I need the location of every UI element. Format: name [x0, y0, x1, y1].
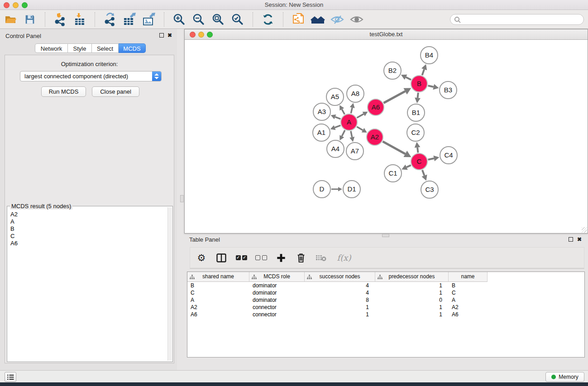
table-cell[interactable]: 1 — [375, 304, 449, 311]
graph-edge-A-A5[interactable] — [342, 110, 344, 114]
table-cell[interactable]: B — [187, 282, 249, 289]
column-header-name[interactable]: name — [449, 272, 488, 282]
table-cell[interactable]: dominator — [249, 282, 305, 289]
table-cell[interactable]: C — [187, 289, 249, 296]
graph-edge-C-C4[interactable] — [428, 158, 434, 160]
zoom-selected-button[interactable] — [230, 12, 245, 27]
column-header-predecessor-nodes[interactable]: predecessor nodes — [375, 272, 449, 282]
close-panel-button[interactable]: Close panel — [92, 86, 139, 97]
mcds-result-item[interactable]: A6 — [10, 240, 167, 247]
float-table-panel-icon[interactable] — [569, 237, 573, 242]
table-cell[interactable]: 4 — [305, 282, 375, 289]
table-cell[interactable]: B — [449, 282, 488, 289]
table-row[interactable]: Bdominator41B — [187, 282, 584, 289]
tab-network[interactable]: Network — [35, 43, 68, 53]
table-cell[interactable]: A6 — [449, 311, 488, 318]
table-cell[interactable]: 1 — [375, 289, 449, 296]
export-network-button[interactable] — [102, 12, 118, 27]
graph-edge-C-C3[interactable] — [422, 170, 425, 176]
import-table-button[interactable] — [72, 12, 87, 27]
column-header-mcds-role[interactable]: MCDS role — [249, 272, 305, 282]
table-cell[interactable]: A2 — [449, 304, 488, 311]
mcds-result-item[interactable]: C — [10, 233, 167, 240]
table-cell[interactable]: A — [187, 296, 249, 304]
zoom-out-button[interactable] — [191, 12, 206, 27]
network-resize-grip[interactable] — [582, 227, 587, 233]
table-cell[interactable]: A2 — [187, 304, 249, 311]
mcds-result-item[interactable]: B — [10, 225, 167, 233]
tab-style[interactable]: Style — [68, 43, 92, 53]
table-row[interactable]: Cdominator41C — [187, 289, 584, 296]
task-history-button[interactable] — [5, 372, 16, 382]
select-all-rows-button[interactable]: ✓✓ — [234, 251, 248, 265]
graph-edge-A6-B[interactable] — [384, 91, 406, 103]
delete-table-button[interactable] — [314, 251, 328, 265]
result-scrollbar[interactable] — [167, 207, 172, 361]
close-table-panel-icon[interactable]: ✖ — [577, 236, 582, 243]
graph-edge-B-B2[interactable] — [406, 77, 411, 80]
function-builder-button[interactable]: f(x) — [334, 251, 354, 265]
table-row[interactable]: A6connector11A6 — [187, 311, 584, 318]
table-cell[interactable]: 1 — [375, 311, 449, 318]
graph-edge-B-B1[interactable] — [418, 93, 418, 98]
tab-mcds[interactable]: MCDS — [119, 43, 146, 53]
network-window-titlebar[interactable]: testGlobe.txt — [185, 29, 588, 40]
table-cell[interactable]: 0 — [375, 296, 449, 304]
table-cell[interactable]: dominator — [249, 289, 305, 296]
graph-edge-B-B3[interactable] — [428, 86, 434, 87]
add-column-button[interactable] — [274, 251, 288, 265]
table-cell[interactable]: A — [449, 296, 488, 304]
table-cell[interactable]: 1 — [375, 282, 449, 289]
graph-edge-A-A1[interactable] — [335, 125, 340, 128]
float-panel-icon[interactable] — [159, 33, 164, 38]
memory-button[interactable]: Memory — [545, 372, 584, 382]
column-header-successor-nodes[interactable]: successor nodes — [305, 272, 375, 282]
network-canvas[interactable]: AA1A2A3A4A5A6A7A8BB1B2B3B4CC1C2C3C4DD1 — [185, 40, 588, 233]
graph-edge-C-C1[interactable] — [406, 165, 411, 167]
graph-edge-A-A8[interactable] — [351, 108, 352, 114]
show-all-button[interactable] — [349, 12, 364, 27]
column-header-shared-name[interactable]: shared name — [187, 272, 249, 282]
mcds-result-item[interactable]: A2 — [10, 211, 167, 218]
search-field[interactable] — [450, 14, 584, 25]
table-cell[interactable]: 4 — [305, 289, 375, 296]
graph-edge-A-A2[interactable] — [357, 127, 363, 130]
delete-column-button[interactable] — [294, 251, 308, 265]
graph-edge-A-A7[interactable] — [351, 131, 352, 138]
save-session-button[interactable] — [22, 12, 38, 27]
table-row[interactable]: A2connector11A2 — [187, 304, 584, 311]
table-cell[interactable]: dominator — [249, 296, 305, 304]
graph-edge-A-A3[interactable] — [335, 117, 340, 119]
home-button[interactable] — [310, 12, 325, 27]
open-session-button[interactable] — [3, 12, 18, 27]
table-cell[interactable]: 1 — [305, 304, 375, 311]
close-panel-icon[interactable]: ✖ — [167, 32, 172, 38]
import-network-button[interactable] — [53, 12, 68, 27]
graph-edge-C-C2[interactable] — [417, 148, 418, 152]
split-divider-vertical-grip[interactable] — [180, 195, 184, 202]
tab-select[interactable]: Select — [92, 43, 119, 53]
search-input[interactable] — [463, 15, 580, 24]
table-cell[interactable]: 1 — [305, 311, 375, 318]
deselect-all-rows-button[interactable] — [254, 251, 268, 265]
refresh-button[interactable] — [260, 12, 276, 27]
table-settings-button[interactable]: ⚙ — [195, 251, 208, 265]
network-graph[interactable]: AA1A2A3A4A5A6A7A8BB1B2B3B4CC1C2C3C4DD1 — [185, 40, 588, 234]
table-cell[interactable]: C — [449, 289, 488, 296]
table-cell[interactable]: connector — [249, 304, 305, 311]
graph-edge-A2-C[interactable] — [383, 142, 406, 154]
graph-edge-A-A6[interactable] — [357, 114, 363, 118]
table-row[interactable]: Adominator80A — [187, 296, 584, 304]
hide-selected-button[interactable] — [330, 12, 345, 27]
run-mcds-button[interactable]: Run MCDS — [41, 86, 86, 97]
graph-edge-A-A4[interactable] — [342, 130, 345, 136]
export-table-button[interactable] — [122, 12, 137, 27]
export-image-button[interactable] — [141, 12, 157, 27]
criterion-dropdown[interactable]: largest connected component (directed) — [20, 71, 162, 81]
zoom-fit-button[interactable] — [210, 12, 226, 27]
table-cell[interactable]: A6 — [187, 311, 249, 318]
clone-network-button[interactable] — [291, 12, 306, 27]
show-columns-button[interactable] — [215, 251, 228, 265]
graph-edge-B-B4[interactable] — [422, 69, 425, 75]
table-cell[interactable]: connector — [249, 311, 305, 318]
